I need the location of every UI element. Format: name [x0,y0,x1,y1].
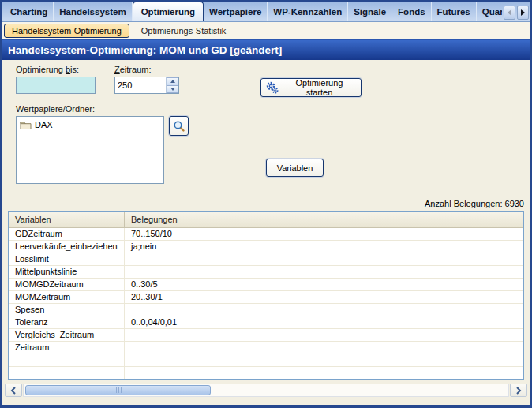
tab-wertpapiere[interactable]: Wertpapiere [204,2,268,21]
variablen-button-label: Variablen [277,163,313,173]
optimierung-bis-label: Optimierung bis: [16,65,79,74]
cell-variable: Vergleichs_Zeitraum [9,329,125,341]
chevron-left-icon [10,387,17,395]
table-row-zeitraum[interactable]: Zeitraum [9,342,523,354]
subtab-optimierungs-statistik[interactable]: Optimierungs-Statistik [133,24,234,38]
tab-handelssystem[interactable]: Handelssystem [54,2,132,21]
tab-futures[interactable]: Futures [432,2,477,21]
cell-variable: Spesen [9,304,125,316]
arrow-left-icon [508,9,511,16]
cell-variable: GDZeitraum [9,228,125,240]
tab-optimierung[interactable]: Optimierung [133,2,204,21]
spin-down-icon [170,88,175,91]
spin-up-button[interactable] [167,77,178,85]
cell-belegung: 70..150/10 [125,228,523,240]
scroll-left-button[interactable] [5,384,22,397]
magnifier-icon [173,120,185,133]
sub-tab-bar: Handelssystem-OptimierungOptimierungs-St… [2,22,530,39]
zeitraum-label: Zeitraum: [114,65,151,74]
cell-variable: Losslimit [9,253,125,265]
table-row-momzeitraum[interactable]: MOMZeitraum20..30/1 [9,291,523,304]
subtab-handelssystem-optimierung[interactable]: Handelssystem-Optimierung [4,24,129,38]
spin-up-icon [170,80,175,83]
cell-variable: Leerverkäufe_einbeziehen [9,241,125,253]
table-row-vergleichs-zeitraum[interactable]: Vergleichs_Zeitraum [9,329,523,342]
zeitraum-input[interactable] [115,77,166,93]
cell-belegung [125,266,523,278]
optimierung-bis-input[interactable] [16,77,96,94]
page-title: Handelssystem-Optimierung: MOM und GD [g… [2,39,530,60]
table-row-mittelpunktslinie[interactable]: Mittelpunktslinie [9,266,523,279]
table-row-spesen[interactable]: Spesen [9,304,523,316]
gears-icon [266,81,279,94]
cell-belegung: 20..30/1 [125,291,523,303]
wertpapiere-listbox[interactable]: DAX [16,116,164,184]
list-item-label: DAX [35,120,53,129]
horizontal-scrollbar[interactable] [5,384,527,397]
main-tabs-strip: ChartingHandelssystemOptimierungWertpapi… [5,2,502,21]
table-row-losslimit[interactable]: Losslimit [9,253,523,266]
spinner-buttons [166,77,178,93]
cell-belegung [125,329,523,341]
cell-variable: Toleranz [9,316,125,328]
cell-belegung [125,354,523,366]
tab-signale[interactable]: Signale [348,2,392,21]
table-row-leerverk-ufe-einbeziehen[interactable]: Leerverkäufe_einbeziehenja;nein [9,241,523,253]
folder-icon [20,120,32,130]
cell-variable: MOMGDZeitraum [9,279,125,290]
scrollbar-track[interactable] [23,384,509,397]
cell-belegung [125,367,523,379]
variables-table: Variablen Belegungen GDZeitraum70..150/1… [8,211,524,380]
tab-fonds[interactable]: Fonds [392,2,432,21]
tab-scroll-right-button[interactable] [517,6,529,20]
column-header-belegungen[interactable]: Belegungen [125,212,523,227]
content-area: Optimierung bis: Zeitraum: [2,60,530,405]
cell-belegung: 0..0,04/0,01 [125,316,523,328]
tab-charting[interactable]: Charting [5,2,54,21]
cell-belegung [125,253,523,265]
table-empty-row [9,354,523,367]
tab-wp-kennzahlen[interactable]: WP-Kennzahlen [268,2,348,21]
spin-down-button[interactable] [167,85,178,94]
table-header: Variablen Belegungen [9,212,523,228]
tab-scroll-controls [504,6,529,20]
scroll-right-button[interactable] [510,384,527,397]
scrollbar-grip-icon [114,387,123,393]
cell-belegung [125,342,523,354]
table-row-gdzeitraum[interactable]: GDZeitraum70..150/10 [9,228,523,241]
table-empty-row [9,367,523,380]
anzahl-belegungen: Anzahl Belegungen: 6930 [425,199,524,208]
table-row-momgdzeitraum[interactable]: MOMGDZeitraum0..30/5 [9,279,523,291]
chevron-right-icon [515,387,522,395]
cell-belegung: 0..30/5 [125,279,523,290]
cell-variable: Zeitraum [9,342,125,354]
cell-belegung: ja;nein [125,241,523,253]
optimierung-starten-button[interactable]: Optimierung starten [260,78,362,97]
scrollbar-thumb[interactable] [25,385,211,395]
arrow-right-icon [521,9,525,16]
column-header-variablen[interactable]: Variablen [9,212,125,227]
cell-variable [9,367,125,379]
anzahl-belegungen-value: 6930 [505,199,524,208]
zeitraum-spinner [114,77,179,94]
tab-quantitati[interactable]: Quantitati [477,2,502,21]
optimierung-starten-label: Optimierung starten [283,78,356,97]
wertpapiere-label: Wertpapiere/Ordner: [16,104,95,114]
variablen-button[interactable]: Variablen [266,159,324,177]
main-tab-bar: ChartingHandelssystemOptimierungWertpapi… [2,0,530,22]
cell-variable: MOMZeitraum [9,291,125,303]
app-window: ChartingHandelssystemOptimierungWertpapi… [0,0,532,408]
table-body: GDZeitraum70..150/10Leerverkäufe_einbezi… [9,228,523,380]
cell-belegung [125,304,523,316]
cell-variable: Mittelpunktslinie [9,266,125,278]
list-item-dax[interactable]: DAX [17,118,163,131]
cell-variable [9,354,125,366]
search-button[interactable] [169,116,189,136]
table-row-toleranz[interactable]: Toleranz0..0,04/0,01 [9,316,523,329]
tab-scroll-left-button[interactable] [504,6,515,20]
anzahl-belegungen-label: Anzahl Belegungen: [425,199,502,208]
